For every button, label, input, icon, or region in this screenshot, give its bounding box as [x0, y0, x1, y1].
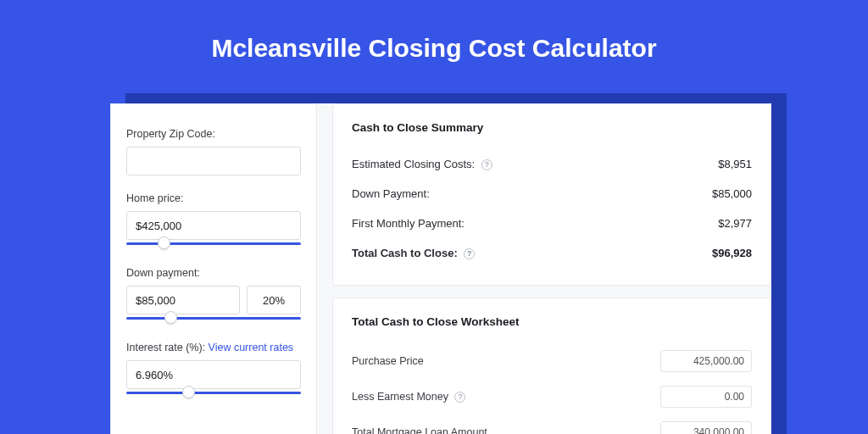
worksheet-label-text: Less Earnest Money [352, 391, 448, 403]
interest-input[interactable] [126, 360, 301, 389]
summary-label: Down Payment: [352, 187, 430, 200]
worksheet-row: Total Mortgage Loan Amount [352, 415, 752, 434]
worksheet-input[interactable] [660, 386, 752, 408]
worksheet-label: Purchase Price [352, 355, 424, 367]
summary-row: Estimated Closing Costs: ? $8,951 [352, 149, 752, 179]
worksheet-label: Less Earnest Money ? [352, 391, 465, 403]
summary-value: $85,000 [712, 187, 752, 200]
summary-value: $2,977 [718, 217, 752, 230]
summary-label: Estimated Closing Costs: ? [352, 158, 492, 170]
home-price-label: Home price: [126, 192, 301, 204]
down-payment-pct-input[interactable] [247, 286, 301, 314]
interest-label: Interest rate (%): View current rates [126, 342, 301, 353]
inputs-panel: Property Zip Code: Home price: Down paym… [110, 103, 317, 434]
slider-thumb[interactable] [164, 311, 177, 324]
field-down-payment: Down payment: [126, 267, 301, 325]
worksheet-input[interactable] [660, 350, 752, 372]
worksheet-label: Total Mortgage Loan Amount [352, 426, 487, 434]
field-home-price: Home price: [126, 192, 301, 250]
summary-total-value: $96,928 [712, 247, 752, 259]
interest-slider[interactable] [126, 387, 301, 399]
worksheet-card: Total Cash to Close Worksheet Purchase P… [332, 298, 771, 434]
results-panel: Cash to Close Summary Estimated Closing … [332, 103, 771, 434]
page-title: Mcleansville Closing Cost Calculator [0, 0, 868, 85]
worksheet-heading: Total Cash to Close Worksheet [352, 315, 752, 328]
slider-track [126, 242, 301, 245]
zip-label: Property Zip Code: [126, 128, 301, 140]
summary-label-text: Estimated Closing Costs: [352, 158, 475, 170]
slider-track [126, 392, 301, 394]
down-payment-slider[interactable] [126, 313, 301, 325]
summary-total-row: Total Cash to Close: ? $96,928 [352, 238, 752, 268]
view-rates-link[interactable]: View current rates [209, 342, 294, 353]
home-price-input[interactable] [126, 211, 301, 240]
slider-thumb[interactable] [158, 236, 170, 249]
interest-label-text: Interest rate (%): [126, 342, 205, 353]
calculator-card: Property Zip Code: Home price: Down paym… [110, 103, 771, 434]
summary-card: Cash to Close Summary Estimated Closing … [332, 103, 771, 286]
summary-heading: Cash to Close Summary [352, 121, 752, 134]
help-icon[interactable]: ? [454, 392, 465, 403]
worksheet-input[interactable] [660, 421, 752, 434]
summary-total-label-text: Total Cash to Close: [352, 247, 458, 259]
help-icon[interactable]: ? [481, 159, 492, 170]
field-interest-rate: Interest rate (%): View current rates [126, 342, 301, 399]
help-icon[interactable]: ? [464, 248, 475, 259]
summary-label: First Monthly Payment: [352, 217, 465, 230]
down-payment-label: Down payment: [126, 267, 301, 279]
down-payment-input[interactable] [126, 286, 240, 314]
worksheet-row: Purchase Price [352, 343, 752, 379]
slider-thumb[interactable] [182, 386, 195, 398]
zip-input[interactable] [126, 147, 301, 175]
field-zip: Property Zip Code: [126, 128, 301, 175]
summary-value: $8,951 [718, 158, 752, 170]
worksheet-row: Less Earnest Money ? [352, 379, 752, 415]
home-price-slider[interactable] [126, 238, 301, 250]
summary-row: First Monthly Payment: $2,977 [352, 209, 752, 238]
summary-total-label: Total Cash to Close: ? [352, 247, 475, 259]
slider-track [126, 317, 301, 320]
summary-row: Down Payment: $85,000 [352, 179, 752, 209]
